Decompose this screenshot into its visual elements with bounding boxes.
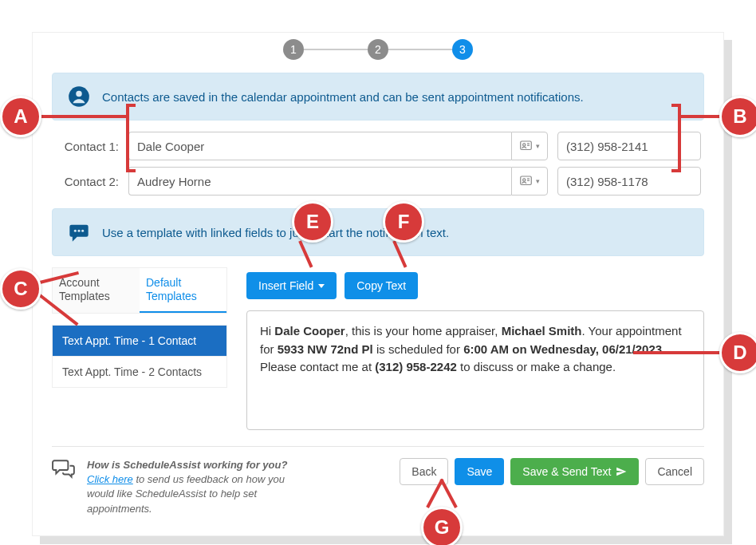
templates-column: Account Templates Default Templates Text… xyxy=(52,267,227,430)
message-column: Insert Field Copy Text Hi Dale Cooper, t… xyxy=(246,267,704,430)
svg-point-12 xyxy=(81,230,84,232)
cancel-button[interactable]: Cancel xyxy=(645,458,704,485)
save-button[interactable]: Save xyxy=(455,458,504,485)
contact-row-1: Contact 1: ▾ xyxy=(55,132,701,160)
template-list: Text Appt. Time - 1 Contact Text Appt. T… xyxy=(52,325,227,388)
annotation-line-D xyxy=(633,351,721,354)
footer-divider xyxy=(52,446,704,447)
contact-2-label: Contact 2: xyxy=(55,175,119,188)
message-textarea[interactable]: Hi Dale Cooper, this is your home apprai… xyxy=(246,310,704,430)
person-circle-icon xyxy=(67,85,91,109)
alert-contacts-text: Contacts are saved in the calendar appoi… xyxy=(102,90,584,104)
template-item-1-contact[interactable]: Text Appt. Time - 1 Contact xyxy=(53,326,226,357)
svg-point-3 xyxy=(522,144,525,146)
copy-text-button[interactable]: Copy Text xyxy=(345,272,418,299)
feedback-text: How is ScheduleAssist working for you? C… xyxy=(87,458,302,516)
msg-appraiser: Michael Smith xyxy=(502,324,582,338)
msg-text: is scheduled for xyxy=(373,342,463,356)
footer: How is ScheduleAssist working for you? C… xyxy=(52,458,704,516)
msg-time: 6:00 AM on Wednesday, 06/21/2023 xyxy=(463,342,662,356)
annotation-marker-A: A xyxy=(0,96,41,137)
contacts-block: Contact 1: ▾ Contact 2: ▾ xyxy=(52,132,704,208)
svg-point-10 xyxy=(74,230,77,232)
contact-1-picker-button[interactable]: ▾ xyxy=(511,132,548,160)
msg-text: to discuss or make a change. xyxy=(457,360,616,373)
annotation-line-B xyxy=(678,115,721,118)
annotation-marker-C: C xyxy=(0,268,41,310)
step-connector xyxy=(304,49,368,50)
alert-contacts: Contacts are saved in the calendar appoi… xyxy=(52,73,704,120)
step-connector xyxy=(388,49,452,50)
contact-card-icon xyxy=(520,176,534,187)
annotation-bracket-A xyxy=(126,104,136,172)
contact-1-name-input[interactable] xyxy=(128,132,511,160)
caret-down-icon xyxy=(318,284,325,288)
annotation-marker-B: B xyxy=(719,96,756,137)
footer-buttons: Back Save Save & Send Text Cancel xyxy=(400,458,704,485)
contact-1-label: Contact 1: xyxy=(55,140,119,153)
contact-card-icon xyxy=(520,140,534,152)
insert-field-button[interactable]: Insert Field xyxy=(246,272,337,299)
contact-2-picker-button[interactable]: ▾ xyxy=(511,167,548,195)
step-2[interactable]: 2 xyxy=(368,39,388,60)
contact-row-2: Contact 2: ▾ xyxy=(55,167,701,195)
feedback-question: How is ScheduleAssist working for you? xyxy=(87,459,287,471)
msg-address: 5933 NW 72nd Pl xyxy=(278,342,373,356)
svg-point-7 xyxy=(522,179,525,181)
annotation-marker-G: G xyxy=(421,507,463,545)
template-item-2-contacts[interactable]: Text Appt. Time - 2 Contacts xyxy=(53,357,226,387)
step-3[interactable]: 3 xyxy=(452,39,473,60)
msg-contact-name: Dale Cooper xyxy=(274,324,345,338)
paper-plane-icon xyxy=(616,466,627,477)
svg-point-11 xyxy=(77,230,80,232)
msg-phone: (312) 958-2242 xyxy=(375,360,457,373)
alert-template: Use a template with linked fields to jum… xyxy=(52,208,704,256)
stepper: 1 2 3 xyxy=(52,39,704,60)
step-1[interactable]: 1 xyxy=(283,39,304,60)
insert-field-label: Insert Field xyxy=(258,279,313,292)
chat-bubble-icon xyxy=(67,220,91,244)
annotation-bracket-B xyxy=(671,104,681,172)
annotation-marker-F: F xyxy=(383,201,424,243)
annotation-line-A xyxy=(41,115,129,118)
feedback-link[interactable]: Click here xyxy=(87,473,133,485)
annotation-marker-E: E xyxy=(292,201,333,243)
save-send-label: Save & Send Text xyxy=(522,465,611,478)
svg-point-1 xyxy=(76,91,81,97)
contact-2-name-input[interactable] xyxy=(128,167,511,195)
tab-default-templates[interactable]: Default Templates xyxy=(140,268,226,313)
annotation-marker-D: D xyxy=(719,332,756,373)
msg-text: , this is your home appraiser, xyxy=(345,324,502,338)
message-action-bar: Insert Field Copy Text xyxy=(246,272,704,299)
msg-text: Hi xyxy=(260,324,274,338)
feedback-icon xyxy=(52,458,76,480)
save-send-text-button[interactable]: Save & Send Text xyxy=(510,458,639,485)
main-panel: 1 2 3 Contacts are saved in the calendar… xyxy=(32,32,724,536)
